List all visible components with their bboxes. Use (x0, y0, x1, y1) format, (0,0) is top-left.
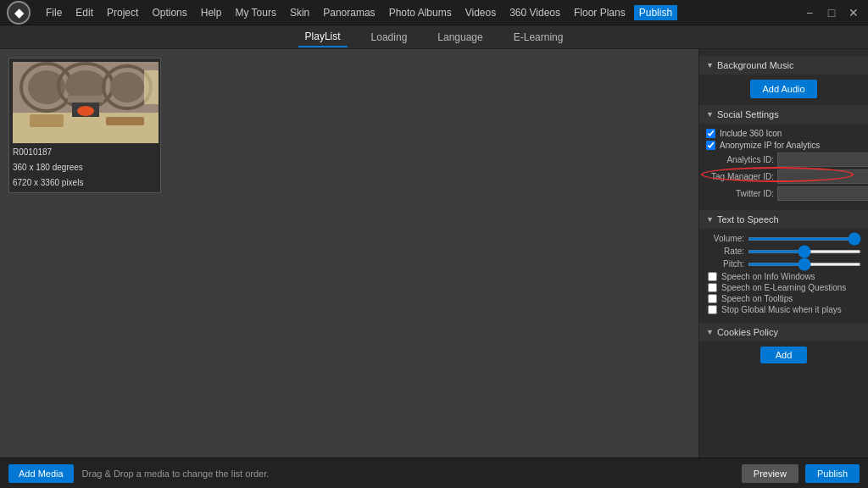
menu-project[interactable]: Project (102, 5, 143, 20)
tab-elearning[interactable]: E-Learning (507, 28, 570, 47)
bottom-bar: Add Media Drag & Drop a media to change … (0, 458, 868, 488)
volume-label: Volume: (706, 234, 744, 243)
collapse-arrow-cookies: ▼ (706, 328, 714, 336)
preview-button[interactable]: Preview (742, 464, 798, 483)
social-settings-body: Include 360 Icon Anonymize IP for Analyt… (699, 124, 868, 208)
anonymize-row: Anonymize IP for Analytics (706, 141, 861, 150)
tag-manager-label: Tag Manager ID: (706, 172, 774, 181)
main-content: R0010187 360 x 180 degrees 6720 x 3360 p… (0, 49, 868, 458)
include-360-row: Include 360 Icon (706, 129, 861, 138)
rate-slider[interactable] (748, 250, 861, 253)
stop-global-checkbox[interactable] (708, 305, 717, 314)
rate-row: Rate: (706, 247, 861, 256)
social-settings-header[interactable]: ▼ Social Settings (699, 105, 868, 124)
tab-language[interactable]: Language (431, 28, 489, 47)
menu-photoalbums[interactable]: Photo Albums (384, 5, 457, 20)
include-360-label: Include 360 Icon (720, 129, 782, 138)
speech-tooltips-checkbox[interactable] (708, 294, 717, 303)
analytics-id-row: Analytics ID: (706, 152, 861, 167)
add-media-button[interactable]: Add Media (8, 464, 74, 483)
stop-global-row: Stop Global Music when it plays (706, 305, 861, 314)
tag-manager-input[interactable] (777, 169, 868, 184)
media-thumbnail[interactable]: R0010187 360 x 180 degrees 6720 x 3360 p… (8, 58, 161, 193)
anonymize-checkbox[interactable] (706, 141, 715, 150)
svg-rect-13 (106, 117, 144, 125)
svg-point-7 (110, 72, 144, 103)
minimize-button[interactable]: − (802, 5, 817, 20)
speech-elearning-label: Speech on E-Learning Questions (721, 283, 846, 292)
thumb-image (13, 62, 159, 143)
svg-point-10 (77, 106, 94, 116)
bottom-bar-left: Add Media Drag & Drop a media to change … (8, 464, 269, 483)
speech-tooltips-label: Speech on Tooltips (721, 294, 793, 303)
thumb-dimensions2: 6720 x 3360 pixels (13, 177, 157, 189)
background-music-body: Add Audio (699, 75, 868, 103)
volume-slider[interactable] (748, 237, 861, 241)
background-music-title: Background Music (717, 60, 794, 70)
collapse-arrow-social: ▼ (706, 110, 714, 119)
menu-skin[interactable]: Skin (285, 5, 314, 20)
window-controls: − □ ✕ (802, 5, 861, 20)
bottom-bar-right: Preview Publish (742, 464, 860, 483)
close-button[interactable]: ✕ (846, 5, 861, 20)
anonymize-label: Anonymize IP for Analytics (720, 141, 820, 150)
menu-floorplans[interactable]: Floor Plans (569, 5, 631, 20)
twitter-id-row: Twitter ID: (706, 186, 861, 201)
tag-manager-row: Tag Manager ID: (706, 169, 861, 184)
app-logo: ◆ (7, 1, 31, 25)
social-settings-section: ▼ Social Settings Include 360 Icon Anony… (699, 105, 868, 208)
pitch-slider[interactable] (748, 263, 861, 266)
speech-elearning-row: Speech on E-Learning Questions (706, 283, 861, 292)
text-to-speech-section: ▼ Text to Speech Volume: Rate: Pitch: (699, 210, 868, 321)
title-bar: ◆ File Edit Project Options Help My Tour… (0, 0, 868, 25)
drag-hint: Drag & Drop a media to change the list o… (82, 469, 270, 479)
twitter-id-label: Twitter ID: (706, 189, 774, 198)
menu-file[interactable]: File (41, 5, 67, 20)
thumb-id: R0010187 (13, 147, 157, 158)
add-cookie-button[interactable]: Add (760, 347, 808, 363)
speech-info-row: Speech on Info Windows (706, 272, 861, 281)
menu-publish[interactable]: Publish (634, 5, 677, 20)
title-bar-left: ◆ File Edit Project Options Help My Tour… (7, 1, 677, 25)
speech-tooltips-row: Speech on Tooltips (706, 294, 861, 303)
sub-nav: PlayList Loading Language E-Learning (0, 25, 868, 49)
menu-panoramas[interactable]: Panoramas (318, 5, 380, 20)
cookies-policy-body: Add (699, 341, 868, 369)
collapse-arrow-tts: ▼ (706, 215, 714, 224)
tab-loading[interactable]: Loading (364, 28, 415, 47)
tab-playlist[interactable]: PlayList (298, 27, 348, 47)
volume-row: Volume: (706, 234, 861, 243)
background-music-section: ▼ Background Music Add Audio (699, 56, 868, 103)
collapse-arrow-music: ▼ (706, 61, 714, 69)
cookies-policy-section: ▼ Cookies Policy Add (699, 323, 868, 369)
analytics-id-label: Analytics ID: (706, 155, 774, 164)
menu-mytours[interactable]: My Tours (230, 5, 281, 20)
speech-info-checkbox[interactable] (708, 272, 717, 281)
menu-options[interactable]: Options (147, 5, 192, 20)
background-music-header[interactable]: ▼ Background Music (699, 56, 868, 75)
add-audio-button[interactable]: Add Audio (750, 80, 816, 98)
svg-rect-12 (30, 114, 64, 127)
pitch-label: Pitch: (706, 259, 744, 269)
publish-button[interactable]: Publish (805, 464, 860, 483)
cookies-policy-header[interactable]: ▼ Cookies Policy (699, 323, 868, 341)
text-to-speech-header[interactable]: ▼ Text to Speech (699, 210, 868, 229)
include-360-checkbox[interactable] (706, 129, 715, 138)
text-to-speech-title: Text to Speech (717, 214, 779, 225)
speech-elearning-checkbox[interactable] (708, 283, 717, 292)
restore-button[interactable]: □ (824, 5, 839, 20)
menu-360videos[interactable]: 360 Videos (504, 5, 565, 20)
menu-help[interactable]: Help (196, 5, 227, 20)
pitch-row: Pitch: (706, 259, 861, 269)
menu-edit[interactable]: Edit (70, 5, 98, 20)
menu-videos[interactable]: Videos (460, 5, 501, 20)
twitter-id-input[interactable] (777, 186, 868, 201)
svg-rect-11 (144, 70, 159, 104)
analytics-id-input[interactable] (777, 152, 868, 167)
svg-rect-9 (68, 96, 103, 103)
speech-info-label: Speech on Info Windows (721, 272, 815, 281)
menu-bar: File Edit Project Options Help My Tours … (41, 5, 677, 20)
cookies-policy-title: Cookies Policy (717, 327, 778, 337)
thumb-dimensions1: 360 x 180 degrees (13, 162, 157, 174)
left-panel: R0010187 360 x 180 degrees 6720 x 3360 p… (0, 49, 698, 458)
